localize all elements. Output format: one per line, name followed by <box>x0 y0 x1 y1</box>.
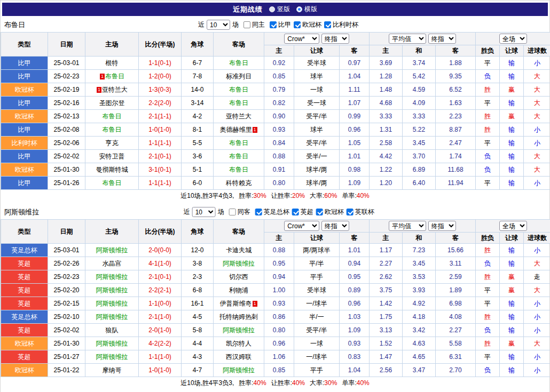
league-badge: 比甲 <box>1 70 48 83</box>
away-team: 标准列日 <box>214 70 264 83</box>
result-goals: 大 <box>524 163 550 177</box>
avg-source-select[interactable]: 平均值 <box>389 34 426 44</box>
odds-source-select[interactable]: Crow* <box>284 34 319 44</box>
home-team: 安特卫普 <box>85 150 139 163</box>
team-band: 阿斯顿维拉 近 10 场 同客 英足总杯英超欧冠杯英联杯 <box>1 205 549 219</box>
result-goals: 小 <box>524 137 550 150</box>
away-team: 切尔西 <box>214 270 264 284</box>
odds-final-select[interactable]: 终指 <box>321 221 349 231</box>
match-date: 25-02-10 <box>48 310 85 324</box>
avg-home: 1.42 <box>370 297 403 310</box>
result-handicap: 赢 <box>500 284 524 297</box>
league-filter-label: 欧冠杯 <box>302 20 321 29</box>
avg-away: 1.74 <box>436 150 476 163</box>
topbar: 近期战绩 竖版 横版 <box>2 3 548 16</box>
result-outcome: 负 <box>476 364 500 377</box>
checkbox-unchecked-icon[interactable] <box>243 21 250 28</box>
radio-unselected-icon[interactable] <box>269 6 275 12</box>
checkbox-checked-icon[interactable] <box>292 209 299 215</box>
col-header-odds-handicap: 让球 <box>294 45 340 57</box>
corner-count: 12-0 <box>182 244 214 257</box>
same-venue-checkbox[interactable]: 同主 <box>243 20 265 29</box>
match-row: 英超25-02-23阿斯顿维拉2-1(0-1)2-3切尔西0.94平手0.952… <box>1 270 550 284</box>
result-handicap: 赢 <box>500 337 524 350</box>
scope-controls: 全场 <box>476 220 550 233</box>
checkbox-unchecked-icon[interactable] <box>229 209 236 215</box>
summary: 近10场,胜3平4负3, 胜率:30%让胜率:20%大率:60%单率:40% <box>1 190 549 202</box>
checkbox-checked-icon[interactable] <box>255 209 262 215</box>
result-outcome: 胜 <box>476 110 500 123</box>
avg-draw: 4.63 <box>403 337 436 350</box>
league-filter-checkbox[interactable]: 英足总杯 <box>255 207 289 217</box>
odds-final-select[interactable]: 终指 <box>321 34 349 44</box>
checkbox-checked-icon[interactable] <box>324 21 331 28</box>
col-header-odds-handicap: 让球 <box>294 233 340 244</box>
league-badge: 英超 <box>1 270 48 284</box>
result-goals: 小 <box>524 244 550 257</box>
league-filter-checkbox[interactable]: 欧冠杯 <box>316 207 344 217</box>
result-outcome: 负 <box>476 257 500 270</box>
avg-home: 1.48 <box>370 83 403 97</box>
match-date: 25-02-26 <box>48 257 85 270</box>
avg-home: 1.31 <box>370 123 403 137</box>
league-filter-checkbox[interactable]: 比利时杯 <box>324 20 358 29</box>
odds-home: 0.82 <box>264 97 294 110</box>
odds-source-select[interactable]: Crow* <box>284 221 319 231</box>
radio-selected-icon[interactable] <box>296 6 302 12</box>
odds-away: 1.04 <box>340 70 370 83</box>
avg-source-select[interactable]: 平均值 <box>389 221 426 231</box>
league-badge: 英超 <box>1 257 48 270</box>
home-team: 阿斯顿维拉 <box>85 244 139 257</box>
result-outcome: 平 <box>476 297 500 310</box>
avg-draw: 6.40 <box>403 177 436 190</box>
summary-stat-label: 单率: <box>342 192 356 199</box>
odds-home: 0.90 <box>264 110 294 123</box>
odds-away: 0.93 <box>340 337 370 350</box>
league-filter-checkbox[interactable]: 英超 <box>292 207 313 217</box>
team-link: 阿斯顿维拉 <box>96 246 128 254</box>
match-count-select[interactable]: 10 <box>207 20 230 30</box>
corner-count: 5-8 <box>182 324 214 337</box>
col-header-home: 主场 <box>85 220 139 244</box>
result-outcome: 胜 <box>476 337 500 350</box>
radio-vertical-layout[interactable]: 竖版 <box>269 5 290 14</box>
home-team: 水晶宫 <box>85 257 139 270</box>
match-score: 2-2(2-0) <box>139 97 182 110</box>
same-venue-checkbox[interactable]: 同客 <box>229 207 250 217</box>
avg-final-select[interactable]: 终指 <box>428 221 456 231</box>
result-goals: 小 <box>524 310 550 324</box>
avg-draw: 4.65 <box>403 350 436 364</box>
result-goals: 小 <box>524 324 550 337</box>
league-filter-checkbox[interactable]: 比甲 <box>270 20 291 29</box>
radio-horizontal-layout[interactable]: 横版 <box>296 5 317 14</box>
corner-count: 3-6 <box>182 150 214 163</box>
match-row: 比甲25-02-08布鲁日1-0(1-0)8-1奥德赫维里10.93球半0.96… <box>1 123 550 137</box>
scope-select[interactable]: 全场 <box>499 221 527 231</box>
league-filters: 比甲欧冠杯比利时杯 <box>267 20 358 30</box>
home-team: 阿斯顿维拉 <box>85 337 139 350</box>
match-count-select[interactable]: 10 <box>192 207 216 217</box>
result-outcome: 平 <box>476 137 500 150</box>
summary-stat-label: 单率: <box>342 379 356 387</box>
match-score: 2-1(1-1) <box>139 110 182 123</box>
checkbox-checked-icon[interactable] <box>270 21 277 28</box>
league-filter-checkbox[interactable]: 欧冠杯 <box>294 20 321 29</box>
avg-away: 1.88 <box>436 57 476 70</box>
avg-final-select[interactable]: 终指 <box>428 34 456 44</box>
match-score: 4-2(2-2) <box>139 337 182 350</box>
league-filter-checkbox[interactable]: 英联杯 <box>347 207 374 217</box>
odds-handicap: 一/球半 <box>294 297 340 310</box>
checkbox-checked-icon[interactable] <box>294 21 301 28</box>
avg-draw: 3.45 <box>403 137 436 150</box>
checkbox-checked-icon[interactable] <box>347 209 353 215</box>
match-row: 英超25-01-27阿斯顿维拉1-1(1-0)4-3西汉姆联1.06一/球半0.… <box>1 350 550 364</box>
odds-handicap: 受半球 <box>294 57 340 70</box>
avg-away: 9.35 <box>436 70 476 83</box>
checkbox-checked-icon[interactable] <box>316 209 323 215</box>
col-header-away: 客场 <box>214 33 264 57</box>
team-link: 布鲁日 <box>229 99 248 107</box>
col-header-score: 比分(半场) <box>139 220 182 244</box>
team-link: 亚特兰大 <box>102 86 128 93</box>
scope-select[interactable]: 全场 <box>499 34 527 44</box>
result-handicap: 赢 <box>500 110 524 123</box>
